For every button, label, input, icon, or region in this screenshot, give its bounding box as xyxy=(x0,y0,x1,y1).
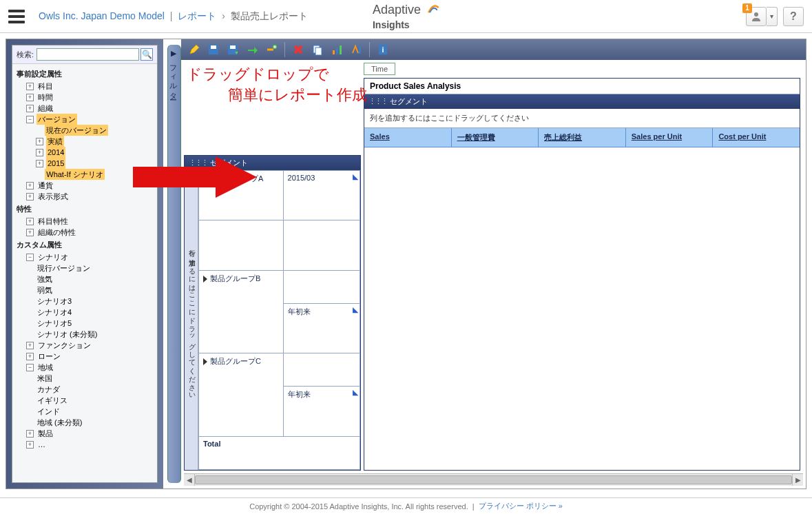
user-menu[interactable]: 1 xyxy=(746,7,767,26)
tree-collapse-icon[interactable]: − xyxy=(26,116,34,123)
tree-item-org[interactable]: 組織 xyxy=(37,103,54,114)
copy-icon[interactable] xyxy=(309,41,326,58)
row-group-b[interactable]: 製品グループB xyxy=(199,270,284,353)
delete-icon[interactable] xyxy=(289,41,307,58)
tree-item-bear[interactable]: 弱気 xyxy=(36,285,54,296)
tree-item-currency[interactable]: 通貨 xyxy=(37,180,54,191)
menu-icon[interactable] xyxy=(8,10,25,23)
tree-item-us[interactable]: 米国 xyxy=(36,373,54,384)
tree-expand-icon[interactable]: + xyxy=(26,229,34,236)
breadcrumb-reports[interactable]: レポート xyxy=(178,10,216,21)
save-icon[interactable] xyxy=(205,41,222,58)
tree-expand-icon[interactable]: + xyxy=(26,94,34,101)
tree-item-time[interactable]: 時間 xyxy=(37,92,54,103)
tree-item-version[interactable]: バージョン xyxy=(37,114,77,125)
tree-item-2015[interactable]: 2015 xyxy=(46,158,65,169)
tree-item-region-uncat[interactable]: 地域 (未分類) xyxy=(36,417,83,428)
row-grid: 製品グループA 2015/03◣ 製品グループB xyxy=(198,170,360,470)
tree-item-bull[interactable]: 強気 xyxy=(36,274,54,285)
tree-item-acct-attr[interactable]: 科目特性 xyxy=(37,216,70,227)
tree-item-s-uncat[interactable]: シナリオ (未分類) xyxy=(36,329,98,340)
tree-expand-icon[interactable]: + xyxy=(26,193,34,201)
tree-expand-icon[interactable]: + xyxy=(26,218,34,225)
tree-expand-icon[interactable]: + xyxy=(36,160,43,167)
tree-expand-icon[interactable]: + xyxy=(36,149,43,156)
tree-item-loan[interactable]: ローン xyxy=(37,351,62,362)
svg-rect-8 xyxy=(333,50,335,54)
model-name[interactable]: Owls Inc. Japan Demo Model xyxy=(39,10,165,21)
run-icon[interactable] xyxy=(243,41,261,58)
tree-item-s4[interactable]: シナリオ4 xyxy=(36,307,73,318)
tree-item-actual[interactable]: 実績 xyxy=(46,136,64,147)
time-dimension-chip[interactable]: Time xyxy=(364,63,395,75)
tree-item-whatif[interactable]: What-If シナリオ xyxy=(45,169,105,180)
col-sales-per-unit[interactable]: Sales per Unit xyxy=(626,128,714,147)
tree-item-india[interactable]: インド xyxy=(36,406,61,417)
search-label: 検索: xyxy=(17,50,34,60)
horizontal-scrollbar[interactable]: ◀ ▶ xyxy=(184,473,803,486)
search-input[interactable] xyxy=(37,48,139,61)
help-button[interactable]: ? xyxy=(783,7,804,26)
tree-item-function[interactable]: ファンクション xyxy=(37,340,92,351)
tree-item-s3[interactable]: シナリオ3 xyxy=(36,296,73,307)
tree-item-scenario[interactable]: シナリオ xyxy=(37,251,70,263)
segment-columns-header[interactable]: ⋮⋮⋮セグメント xyxy=(364,94,800,109)
scroll-thumb[interactable] xyxy=(195,475,792,484)
tree-item-current-version[interactable]: 現在のバージョン xyxy=(45,125,108,136)
report-data-area xyxy=(364,147,800,470)
tree-expand-icon[interactable]: + xyxy=(36,138,43,145)
tree-section-attributes: 特性 xyxy=(14,202,156,216)
tree-expand-icon[interactable]: + xyxy=(26,182,34,189)
footer: Copyright © 2004-2015 Adaptive Insights,… xyxy=(0,497,812,514)
tree-expand-icon[interactable]: + xyxy=(26,430,34,438)
chart-icon[interactable] xyxy=(328,41,346,58)
user-menu-caret[interactable]: ▾ xyxy=(767,7,778,26)
tree-item-2014[interactable]: 2014 xyxy=(46,147,65,158)
save-as-icon[interactable] xyxy=(224,41,242,58)
pin-icon[interactable]: ◣ xyxy=(353,172,358,181)
tree-item-uk[interactable]: イギリス xyxy=(36,395,69,406)
tree-expand-icon[interactable]: + xyxy=(26,105,34,112)
info-icon[interactable]: i xyxy=(374,41,392,58)
search-icon[interactable]: 🔍 xyxy=(140,48,153,61)
row-drop-hint[interactable]: 行を追加するにはここにドラッグしてください xyxy=(185,170,198,470)
tree-item-account[interactable]: 科目 xyxy=(37,81,54,92)
col-gross-profit[interactable]: 売上総利益 xyxy=(539,128,626,147)
add-icon[interactable] xyxy=(262,41,280,58)
col-cost-per-unit[interactable]: Cost per Unit xyxy=(713,128,800,147)
tree-expand-icon[interactable]: + xyxy=(26,353,34,360)
tree-item-product[interactable]: 製品 xyxy=(37,428,54,439)
scroll-right-icon[interactable]: ▶ xyxy=(792,474,803,486)
scroll-left-icon[interactable]: ◀ xyxy=(184,474,195,486)
tree-item-org-attr[interactable]: 組織の特性 xyxy=(37,227,77,238)
notification-badge: 1 xyxy=(742,3,752,13)
tree-expand-icon[interactable]: + xyxy=(26,83,34,90)
column-drop-hint[interactable]: 列を追加するにはここにドラッグしてください xyxy=(364,109,800,128)
tree-collapse-icon[interactable]: − xyxy=(26,364,34,371)
pin-icon[interactable]: ◣ xyxy=(353,305,358,314)
pin-icon[interactable]: ◣ xyxy=(353,388,358,397)
row-total[interactable]: Total xyxy=(199,436,360,469)
col-sga[interactable]: 一般管理費 xyxy=(452,128,539,147)
tree-item-s5[interactable]: シナリオ5 xyxy=(36,318,73,329)
tree-item-region[interactable]: 地域 xyxy=(37,362,54,373)
segment-rows-header[interactable]: ⋮⋮⋮セグメント xyxy=(185,156,360,170)
privacy-link[interactable]: プライバシー ポリシー » xyxy=(479,501,563,511)
row-group-c-time[interactable]: 年初来◣ xyxy=(283,387,360,436)
filter-collapse-tab[interactable]: ▶ フィルター xyxy=(167,45,181,483)
edit-icon[interactable] xyxy=(185,41,203,58)
tree-item-display[interactable]: 表示形式 xyxy=(37,191,70,202)
attribute-tree[interactable]: 事前設定属性 +科目 +時間 +組織 −バージョン 現在のバージョン +実績 +… xyxy=(12,64,157,482)
tree-item-more[interactable]: … xyxy=(37,439,47,450)
tree-collapse-icon[interactable]: − xyxy=(26,254,34,261)
tree-expand-icon[interactable]: + xyxy=(26,342,34,349)
col-sales[interactable]: Sales xyxy=(364,128,452,147)
row-group-a-time[interactable]: 2015/03◣ xyxy=(283,171,360,220)
format-icon[interactable] xyxy=(347,41,365,58)
row-group-c[interactable]: 製品グループC xyxy=(199,353,284,437)
row-group-b-time[interactable]: 年初来◣ xyxy=(283,303,360,353)
tree-item-running-version[interactable]: 現行バージョン xyxy=(36,263,92,274)
tree-expand-icon[interactable]: + xyxy=(26,441,34,449)
row-group-a[interactable]: 製品グループA xyxy=(199,171,284,220)
tree-item-canada[interactable]: カナダ xyxy=(36,384,61,395)
